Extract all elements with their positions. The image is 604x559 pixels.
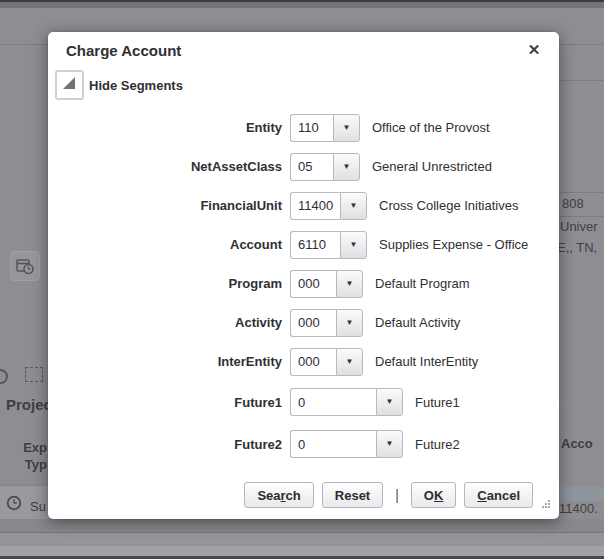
bg-merchant-text: Univer [560, 219, 598, 234]
bg-merchant-text: E,, TN, [557, 240, 597, 255]
future1-combobox: ▼ [290, 388, 403, 416]
future2-value-input[interactable] [290, 430, 376, 458]
financialunit-dropdown-button[interactable]: ▼ [340, 192, 367, 220]
bg-selected-row-strip [559, 487, 604, 501]
close-icon[interactable]: ✕ [523, 39, 545, 61]
segment-description: Future1 [415, 395, 460, 410]
segment-row-future2: Future2 ▼ Future2 [48, 423, 559, 465]
segment-label: InterEntity [48, 354, 282, 369]
dropdown-arrow-icon: ▼ [386, 440, 394, 448]
disclosure-triangle-icon [62, 76, 77, 95]
hide-segments-toggle[interactable] [55, 70, 84, 100]
segment-row-future1: Future1 ▼ Future1 [48, 381, 559, 423]
financialunit-value-input[interactable] [290, 192, 340, 220]
bg-account-value: 11400. [559, 501, 598, 516]
dropdown-arrow-icon: ▼ [386, 398, 394, 406]
segment-description: Supplies Expense - Office [379, 237, 528, 252]
future2-dropdown-button[interactable]: ▼ [376, 430, 403, 458]
netassetclass-dropdown-button[interactable]: ▼ [333, 153, 360, 181]
page-header-band [0, 2, 604, 8]
bg-table-row [0, 519, 604, 532]
account-combobox: ▼ [290, 231, 367, 259]
segment-row-financialunit: FinancialUnit ▼ Cross College Initiative… [48, 186, 559, 225]
future2-combobox: ▼ [290, 430, 403, 458]
segment-row-account: Account ▼ Supplies Expense - Office [48, 225, 559, 264]
program-combobox: ▼ [290, 270, 363, 298]
bg-account-column-header: Acco [561, 436, 593, 451]
future1-value-input[interactable] [290, 388, 376, 416]
cancel-button[interactable]: Cancel [464, 482, 533, 508]
activity-dropdown-button[interactable]: ▼ [336, 309, 363, 337]
bg-doc-number: 808 [562, 196, 584, 211]
dropdown-arrow-icon: ▼ [343, 163, 351, 171]
segment-row-activity: Activity ▼ Default Activity [48, 303, 559, 342]
dropdown-arrow-icon: ▼ [346, 319, 354, 327]
resize-grip-icon[interactable] [540, 495, 551, 513]
netassetclass-value-input[interactable] [290, 153, 333, 181]
hide-segments-label: Hide Segments [89, 78, 183, 93]
bg-toolbar-icon [0, 369, 8, 384]
bg-expense-type-label: Typ [0, 457, 47, 472]
segment-description: Default InterEntity [375, 354, 478, 369]
screen: 808 Univer E,, TN, Acco 11400. Projec Ex… [0, 0, 604, 559]
segment-label: Activity [48, 315, 282, 330]
activity-combobox: ▼ [290, 309, 363, 337]
bg-divider [556, 192, 604, 193]
segment-label: Program [48, 276, 282, 291]
dialog-footer: Search Reset | OK Cancel [244, 482, 533, 508]
dropdown-arrow-icon: ▼ [350, 241, 358, 249]
entity-value-input[interactable] [290, 114, 333, 142]
charge-account-dialog: Charge Account ✕ Hide Segments Entity ▼ … [48, 32, 559, 519]
date-picker-icon [10, 251, 40, 281]
bg-divider [556, 405, 604, 406]
segment-label: NetAssetClass [48, 159, 282, 174]
bg-divider [559, 80, 604, 81]
future1-dropdown-button[interactable]: ▼ [376, 388, 403, 416]
segment-label: Entity [48, 120, 282, 135]
bg-project-label: Projec [6, 396, 52, 413]
dropdown-arrow-icon: ▼ [346, 358, 354, 366]
segments-form: Entity ▼ Office of the Provost NetAssetC… [48, 108, 559, 465]
button-separator: | [395, 487, 399, 503]
segment-description: Future2 [415, 437, 460, 452]
netassetclass-combobox: ▼ [290, 153, 360, 181]
segment-row-entity: Entity ▼ Office of the Provost [48, 108, 559, 147]
segment-description: Default Activity [375, 315, 460, 330]
segment-label: Future1 [48, 395, 282, 410]
program-value-input[interactable] [290, 270, 336, 298]
reset-button[interactable]: Reset [322, 482, 383, 508]
account-value-input[interactable] [290, 231, 340, 259]
bg-expense-type-label: Exp [0, 440, 47, 455]
segment-row-program: Program ▼ Default Program [48, 264, 559, 303]
segment-description: Default Program [375, 276, 470, 291]
dropdown-arrow-icon: ▼ [343, 124, 351, 132]
segment-label: Future2 [48, 437, 282, 452]
segment-row-interentity: InterEntity ▼ Default InterEntity [48, 342, 559, 381]
entity-dropdown-button[interactable]: ▼ [333, 114, 360, 142]
activity-value-input[interactable] [290, 309, 336, 337]
ok-button[interactable]: OK [411, 482, 457, 508]
search-button[interactable]: Search [244, 482, 313, 508]
segment-description: General Unrestricted [372, 159, 492, 174]
dropdown-arrow-icon: ▼ [350, 202, 358, 210]
segment-description: Office of the Provost [372, 120, 490, 135]
detach-icon [25, 367, 43, 382]
interentity-value-input[interactable] [290, 348, 336, 376]
financialunit-combobox: ▼ [290, 192, 367, 220]
program-dropdown-button[interactable]: ▼ [336, 270, 363, 298]
interentity-combobox: ▼ [290, 348, 363, 376]
bg-item-text: Su [30, 499, 46, 514]
bg-table-row [0, 533, 604, 546]
dropdown-arrow-icon: ▼ [346, 280, 354, 288]
interentity-dropdown-button[interactable]: ▼ [336, 348, 363, 376]
clock-icon [6, 495, 22, 515]
dialog-title: Charge Account [66, 42, 181, 59]
entity-combobox: ▼ [290, 114, 360, 142]
bg-divider [556, 216, 604, 217]
segment-description: Cross College Initiatives [379, 198, 518, 213]
account-dropdown-button[interactable]: ▼ [340, 231, 367, 259]
segment-row-netassetclass: NetAssetClass ▼ General Unrestricted [48, 147, 559, 186]
segment-label: Account [48, 237, 282, 252]
segment-label: FinancialUnit [48, 198, 282, 213]
